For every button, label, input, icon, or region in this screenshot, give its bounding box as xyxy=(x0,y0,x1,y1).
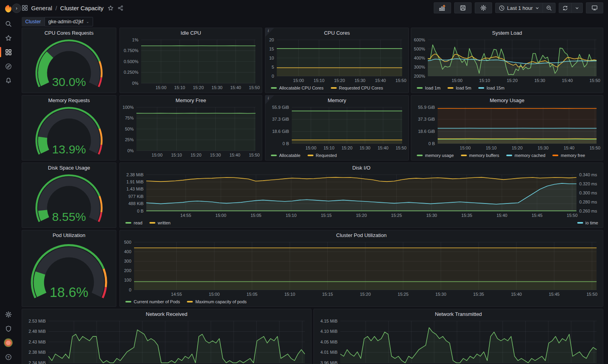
refresh-icon xyxy=(562,5,568,11)
chart-area[interactable]: 0%0.250%0.500%0.750%1%15:0015:1015:2015:… xyxy=(121,37,260,91)
kiosk-mode-button[interactable] xyxy=(586,2,603,13)
sidebar-expand-button[interactable]: › xyxy=(12,4,21,13)
svg-text:15:50: 15:50 xyxy=(589,146,601,150)
gear-icon xyxy=(480,5,487,11)
clock-icon xyxy=(499,5,505,11)
save-dashboard-button[interactable] xyxy=(454,2,472,13)
panel-title[interactable]: Idle CPU xyxy=(120,28,262,37)
svg-text:15:50: 15:50 xyxy=(249,85,260,90)
panel-title[interactable]: System Load xyxy=(411,28,603,37)
svg-text:15:40: 15:40 xyxy=(511,292,522,297)
sidebar-item-help[interactable]: ? xyxy=(0,350,17,364)
legend-item[interactable]: read xyxy=(125,220,142,225)
panel-title[interactable]: Memory Requests xyxy=(22,95,116,105)
share-dashboard-button[interactable] xyxy=(117,5,123,11)
svg-text:55.9 GiB: 55.9 GiB xyxy=(272,105,289,110)
panel-title[interactable]: Network Received xyxy=(22,309,311,319)
sidebar-item-dashboards[interactable] xyxy=(0,45,17,59)
svg-text:0.750%: 0.750% xyxy=(124,48,139,53)
svg-text:15:10: 15:10 xyxy=(486,146,497,150)
variable-value-dropdown[interactable]: gke-admin-d2jkf ⌄ xyxy=(45,17,93,26)
svg-text:15:50: 15:50 xyxy=(395,78,407,83)
chart-area[interactable]: 2.34 MiB2.38 MiB2.43 MiB2.48 MiB2.53 MiB xyxy=(24,319,310,364)
legend-item[interactable]: Maximum capacity of pods xyxy=(187,299,246,304)
legend-item[interactable]: memory usage xyxy=(417,153,454,158)
star-dashboard-button[interactable] xyxy=(108,5,114,11)
refresh-interval-dropdown[interactable] xyxy=(571,3,582,13)
svg-text:15:50: 15:50 xyxy=(395,146,407,150)
svg-text:977 KiB: 977 KiB xyxy=(128,194,144,199)
svg-text:75%: 75% xyxy=(125,116,134,120)
legend-item[interactable]: load 15m xyxy=(478,86,504,90)
refresh-button[interactable] xyxy=(559,3,571,13)
panel-title[interactable]: Cluster Pod Utilization xyxy=(120,230,603,240)
add-panel-button[interactable] xyxy=(434,2,451,13)
sidebar-item-starred[interactable] xyxy=(0,31,17,45)
chart-area[interactable]: 010020030040050014:5515:0015:0515:1015:1… xyxy=(121,240,601,298)
svg-text:15:30: 15:30 xyxy=(534,78,545,83)
sidebar-item-alerting[interactable] xyxy=(0,73,17,88)
svg-text:1.91 MiB: 1.91 MiB xyxy=(127,179,144,184)
time-range-label: Last 1 hour xyxy=(507,5,533,11)
avatar xyxy=(4,338,13,347)
svg-text:15: 15 xyxy=(269,47,274,51)
sidebar-item-configuration[interactable] xyxy=(0,307,17,321)
chart-area[interactable]: 0510152015:0015:1015:2015:3015:4015:50 xyxy=(267,37,407,84)
chart-area[interactable]: 0 B18.6 GiB37.3 GiB55.9 GiB15:0015:1015:… xyxy=(413,105,601,151)
breadcrumb-section[interactable]: General xyxy=(31,5,52,11)
legend-item[interactable]: load 5m xyxy=(448,86,471,90)
panel-title[interactable]: Memory xyxy=(265,95,408,105)
legend-item[interactable]: memory cached xyxy=(506,153,545,158)
svg-text:500%: 500% xyxy=(414,47,425,51)
monitor-icon xyxy=(591,5,598,11)
chart-area[interactable]: 0%25%50%75%100%15:0015:1015:2015:3015:40… xyxy=(121,105,260,159)
panel-title[interactable]: CPU Cores xyxy=(265,28,408,37)
chart-area[interactable]: 3.96 MiB4.01 MiB4.05 MiB4.10 MiB4.15 MiB xyxy=(315,319,601,364)
legend-item[interactable]: Requested CPU Cores xyxy=(331,86,383,90)
legend-item[interactable]: Allocatable xyxy=(271,153,300,158)
sidebar-item-search[interactable] xyxy=(0,17,17,31)
panel-title[interactable]: Disk Space Usage xyxy=(22,163,116,172)
svg-text:300: 300 xyxy=(124,259,131,263)
chart-area[interactable]: 0 B488 KiB977 KiB1.43 MiB1.91 MiB2.38 Mi… xyxy=(121,172,601,219)
legend-item[interactable]: Requested xyxy=(308,153,337,158)
svg-text:15:15: 15:15 xyxy=(322,292,333,297)
legend-item[interactable]: memory free xyxy=(552,153,585,158)
breadcrumb-page[interactable]: Cluster Capacity xyxy=(60,5,104,11)
chevron-down-icon: ⌄ xyxy=(86,17,90,26)
zoom-out-icon xyxy=(546,5,552,11)
panel-title[interactable]: Network Transmitted xyxy=(314,309,603,319)
svg-text:200: 200 xyxy=(124,268,131,273)
legend-item[interactable]: Current number of Pods xyxy=(125,299,180,304)
chart-area[interactable]: 200%300%400%500%600%15:0015:1015:2015:30… xyxy=(413,37,601,84)
sidebar-item-profile[interactable] xyxy=(0,336,17,350)
dashboard-settings-button[interactable] xyxy=(475,2,492,13)
legend-item[interactable]: written xyxy=(149,220,170,225)
chart-area[interactable]: 0 B18.6 GiB37.3 GiB55.9 GiB15:0015:1015:… xyxy=(267,105,407,151)
legend-item[interactable]: memory buffers xyxy=(461,153,499,158)
svg-text:15:05: 15:05 xyxy=(246,292,257,297)
panel-title[interactable]: Disk I/O xyxy=(120,163,603,172)
svg-text:0.340 ms: 0.340 ms xyxy=(579,172,597,177)
svg-text:0.320 ms: 0.320 ms xyxy=(579,181,597,186)
panel-legend: Current number of PodsMaximum capacity o… xyxy=(125,298,598,305)
svg-text:18.6 GiB: 18.6 GiB xyxy=(272,129,289,134)
svg-text:15:15: 15:15 xyxy=(321,213,332,218)
svg-text:0 B: 0 B xyxy=(428,141,435,146)
sidebar-item-explore[interactable] xyxy=(0,59,17,73)
panel-title[interactable]: Pod Utilization xyxy=(22,230,116,240)
panel-cpu-cores: i CPU Cores 0510152015:0015:1015:2015:30… xyxy=(265,28,409,93)
svg-text:2.34 MiB: 2.34 MiB xyxy=(29,360,46,364)
zoom-out-time-button[interactable] xyxy=(543,3,555,13)
legend-item[interactable]: load 1m xyxy=(417,86,440,90)
panel-title[interactable]: CPU Cores Requests xyxy=(22,28,116,37)
time-range-picker[interactable]: Last 1 hour xyxy=(496,3,543,13)
legend-item[interactable]: Allocatable CPU Cores xyxy=(271,86,324,90)
legend-item[interactable]: io time xyxy=(577,220,598,225)
panel-memory-free: Memory Free 0%25%50%75%100%15:0015:1015:… xyxy=(119,95,262,161)
panel-title[interactable]: Memory Usage xyxy=(411,95,603,105)
refresh-group xyxy=(559,3,583,13)
sidebar-item-server-admin[interactable] xyxy=(0,321,17,336)
svg-text:15:50: 15:50 xyxy=(567,213,578,218)
panel-title[interactable]: Memory Free xyxy=(120,95,262,105)
